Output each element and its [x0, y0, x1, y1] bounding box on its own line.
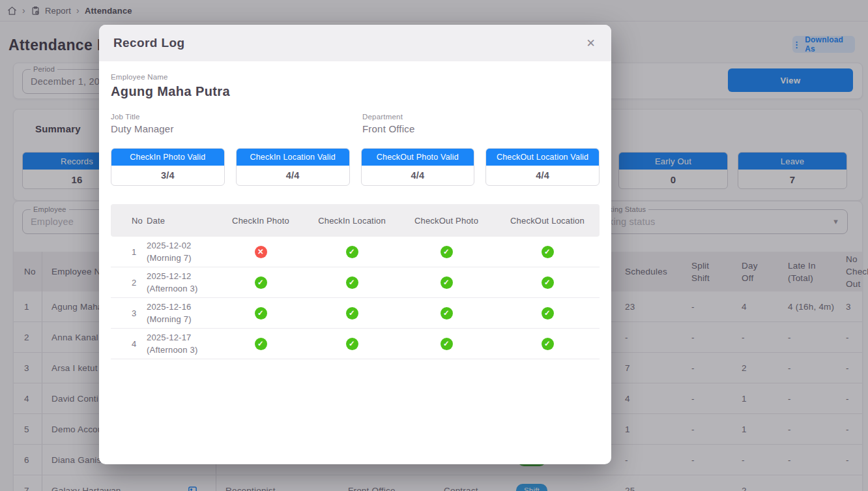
checkout-photo-status: ✓: [398, 306, 495, 320]
employee-name: Agung Maha Putra: [111, 84, 600, 99]
status-icon: ✓: [542, 276, 554, 289]
employee-name-label: Employee Name: [111, 73, 600, 81]
record-log-table: No Date CheckIn Photo CheckIn Location C…: [111, 204, 600, 359]
status-icon: ✓: [441, 338, 453, 350]
checkout-photo-status: ✓: [398, 276, 495, 289]
table-row: 1 2025-12-02 (Morning 7) ✕ ✓ ✓ ✓: [111, 237, 600, 267]
col-checkout-photo: CheckOut Photo: [398, 216, 495, 226]
table-row: 3 2025-12-16 (Morning 7) ✓ ✓ ✓ ✓: [111, 298, 600, 329]
status-icon: ✓: [255, 276, 267, 289]
table-row: 4 2025-12-17 (Afternoon 3) ✓ ✓ ✓ ✓: [111, 329, 600, 359]
shift-value: (Afternoon 3): [147, 344, 215, 356]
card-value: 3/4: [111, 166, 224, 185]
card-value: 4/4: [237, 166, 349, 185]
card-value: 4/4: [362, 166, 474, 185]
checkin-photo-status: ✓: [215, 276, 306, 289]
row-no: 4: [111, 338, 147, 350]
status-icon: ✓: [542, 246, 554, 258]
status-icon: ✕: [255, 246, 267, 258]
checkout-location-status: ✓: [495, 276, 600, 289]
department-value: Front Office: [362, 123, 414, 134]
row-date: 2025-12-16 (Morning 7): [147, 301, 215, 325]
checkin-photo-valid-card: CheckIn Photo Valid 3/4: [111, 148, 225, 186]
status-icon: ✓: [255, 307, 267, 320]
checkin-location-valid-card: CheckIn Location Valid 4/4: [236, 148, 350, 186]
col-checkout-location: CheckOut Location: [495, 216, 600, 226]
checkout-location-status: ✓: [495, 245, 600, 258]
row-no: 1: [111, 246, 147, 258]
col-date: Date: [147, 216, 215, 226]
date-value: 2025-12-12: [147, 270, 215, 282]
col-checkin-location: CheckIn Location: [306, 216, 398, 226]
table-row: 2 2025-12-12 (Afternoon 3) ✓ ✓ ✓ ✓: [111, 267, 600, 298]
row-no: 3: [111, 307, 147, 320]
checkout-photo-status: ✓: [398, 245, 495, 258]
checkin-photo-status: ✓: [215, 337, 306, 350]
shift-value: (Afternoon 3): [147, 282, 215, 295]
shift-value: (Morning 7): [147, 252, 215, 264]
checkout-location-valid-card: CheckOut Location Valid 4/4: [485, 148, 600, 186]
shift-value: (Morning 7): [147, 313, 215, 325]
checkin-photo-status: ✓: [215, 306, 306, 320]
card-label: CheckIn Photo Valid: [111, 149, 224, 166]
checkin-location-status: ✓: [306, 245, 398, 258]
job-title-label: Job Title: [111, 113, 362, 121]
checkin-location-status: ✓: [306, 337, 398, 350]
date-value: 2025-12-16: [147, 301, 215, 313]
status-icon: ✓: [255, 338, 267, 350]
modal-title: Record Log: [113, 36, 185, 50]
card-label: CheckOut Location Valid: [486, 149, 599, 166]
col-checkin-photo: CheckIn Photo: [215, 216, 306, 226]
row-date: 2025-12-02 (Morning 7): [147, 239, 215, 264]
attendance-report-page: › Report › Attendance Attendance Report …: [0, 0, 868, 491]
checkin-photo-status: ✕: [215, 245, 306, 258]
status-icon: ✓: [346, 338, 358, 350]
status-icon: ✓: [542, 307, 554, 320]
checkin-location-status: ✓: [306, 306, 398, 320]
checkin-location-status: ✓: [306, 276, 398, 289]
row-date: 2025-12-17 (Afternoon 3): [147, 331, 215, 356]
checkout-photo-status: ✓: [398, 337, 495, 350]
department-label: Department: [362, 113, 414, 121]
status-icon: ✓: [346, 307, 358, 320]
card-label: CheckOut Photo Valid: [362, 149, 474, 166]
checkout-location-status: ✓: [495, 337, 600, 350]
date-value: 2025-12-02: [147, 239, 215, 252]
date-value: 2025-12-17: [147, 331, 215, 344]
close-icon[interactable]: ✕: [586, 38, 596, 49]
row-no: 2: [111, 276, 147, 289]
status-icon: ✓: [346, 246, 358, 258]
row-date: 2025-12-12 (Afternoon 3): [147, 270, 215, 295]
checkout-photo-valid-card: CheckOut Photo Valid 4/4: [361, 148, 475, 186]
status-icon: ✓: [346, 276, 358, 289]
record-log-modal: Record Log ✕ Employee Name Agung Maha Pu…: [99, 25, 611, 464]
status-icon: ✓: [441, 276, 453, 289]
modal-body: Employee Name Agung Maha Putra Job Title…: [99, 61, 611, 371]
card-label: CheckIn Location Valid: [237, 149, 349, 166]
card-value: 4/4: [486, 166, 599, 185]
modal-header: Record Log ✕: [99, 25, 611, 61]
status-icon: ✓: [441, 246, 453, 258]
checkout-location-status: ✓: [495, 306, 600, 320]
col-no: No: [111, 216, 147, 226]
status-icon: ✓: [542, 338, 554, 350]
status-icon: ✓: [441, 307, 453, 320]
job-title-value: Duty Manager: [111, 123, 362, 134]
validity-cards: CheckIn Photo Valid 3/4 CheckIn Location…: [111, 148, 600, 186]
record-log-table-header: No Date CheckIn Photo CheckIn Location C…: [111, 204, 600, 237]
